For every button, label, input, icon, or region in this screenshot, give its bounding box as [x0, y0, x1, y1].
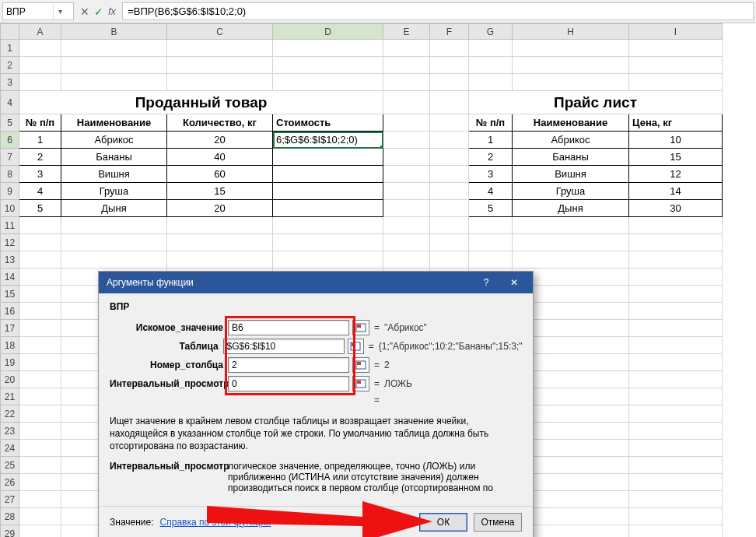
cell[interactable]: [19, 57, 61, 74]
col-header-B[interactable]: B: [61, 24, 167, 40]
cell[interactable]: [430, 200, 469, 217]
cell[interactable]: [19, 440, 61, 457]
cell[interactable]: [273, 40, 383, 57]
cell[interactable]: [167, 40, 273, 57]
cell[interactable]: Вишня: [513, 166, 629, 183]
cell[interactable]: [383, 251, 430, 268]
cell[interactable]: [19, 286, 61, 303]
col-header-H[interactable]: H: [513, 24, 629, 40]
cell[interactable]: [629, 217, 723, 234]
row-header[interactable]: 20: [1, 371, 19, 388]
collapse-dialog-icon[interactable]: [352, 320, 369, 335]
cell[interactable]: 5: [469, 200, 513, 217]
cell[interactable]: [629, 457, 723, 474]
cell[interactable]: [273, 183, 383, 200]
cell[interactable]: [19, 251, 61, 268]
cell[interactable]: [167, 74, 273, 91]
cell[interactable]: [167, 57, 273, 74]
cell[interactable]: [629, 423, 723, 440]
cell[interactable]: [273, 234, 383, 251]
cell[interactable]: [19, 457, 61, 474]
cell[interactable]: [383, 40, 430, 57]
cell[interactable]: 1: [19, 132, 61, 149]
row-header[interactable]: 12: [1, 234, 19, 251]
cell[interactable]: [629, 440, 723, 457]
cell[interactable]: [19, 74, 61, 91]
cell[interactable]: [273, 166, 383, 183]
cancel-formula-icon[interactable]: ✕: [80, 5, 89, 18]
cell[interactable]: [61, 251, 167, 268]
cell[interactable]: Дыня: [61, 200, 167, 217]
cell[interactable]: [19, 508, 61, 525]
row-header[interactable]: 24: [1, 440, 19, 457]
row-header[interactable]: 27: [1, 491, 19, 508]
cell[interactable]: [273, 217, 383, 234]
row-header[interactable]: 21: [1, 388, 19, 405]
cell[interactable]: [19, 354, 61, 371]
cell[interactable]: [273, 74, 383, 91]
cell[interactable]: [469, 57, 513, 74]
arg-input[interactable]: [228, 320, 349, 335]
cell[interactable]: 15: [629, 149, 723, 166]
cell[interactable]: [430, 74, 469, 91]
cell[interactable]: [430, 57, 469, 74]
cell[interactable]: [167, 251, 273, 268]
cell[interactable]: [629, 405, 723, 423]
cell[interactable]: [167, 234, 273, 251]
cell[interactable]: [19, 320, 61, 337]
dialog-close-icon[interactable]: ✕: [500, 272, 528, 293]
cell[interactable]: [629, 371, 723, 388]
active-cell[interactable]: 6;$G$6:$I$10;2;0): [273, 132, 383, 149]
cell[interactable]: [513, 251, 629, 268]
col-header-A[interactable]: A: [19, 24, 61, 40]
cell[interactable]: 12: [629, 166, 723, 183]
formula-input[interactable]: [122, 2, 754, 20]
cell[interactable]: [61, 40, 167, 57]
cell[interactable]: [383, 91, 430, 114]
row-header[interactable]: 9: [1, 183, 19, 200]
cell[interactable]: Бананы: [61, 149, 167, 166]
col-header-E[interactable]: E: [383, 24, 430, 40]
cell[interactable]: [167, 217, 273, 234]
row-header[interactable]: 18: [1, 337, 19, 354]
cell[interactable]: [383, 166, 430, 183]
cell[interactable]: [61, 217, 167, 234]
cell[interactable]: [61, 57, 167, 74]
collapse-dialog-icon[interactable]: [352, 376, 369, 391]
row-header[interactable]: 29: [1, 525, 19, 538]
cell[interactable]: [513, 74, 629, 91]
right-header-price[interactable]: Цена, кг: [629, 114, 723, 132]
col-header-G[interactable]: G: [469, 24, 513, 40]
cell[interactable]: 3: [19, 166, 61, 183]
row-header[interactable]: 28: [1, 508, 19, 525]
cell[interactable]: [430, 91, 469, 114]
left-header-cost[interactable]: Стоимость: [273, 114, 383, 132]
cell[interactable]: [383, 200, 430, 217]
row-header[interactable]: 15: [1, 286, 19, 303]
cell[interactable]: [469, 74, 513, 91]
row-header[interactable]: 8: [1, 166, 19, 183]
dialog-help-icon[interactable]: ?: [472, 272, 500, 293]
cell[interactable]: [629, 491, 723, 508]
cell[interactable]: 60: [167, 166, 273, 183]
cell[interactable]: [430, 132, 469, 149]
cell[interactable]: [430, 217, 469, 234]
arg-input[interactable]: [228, 357, 349, 373]
row-header[interactable]: 2: [1, 57, 19, 74]
row-header[interactable]: 16: [1, 303, 19, 320]
cell[interactable]: [19, 234, 61, 251]
cell[interactable]: [273, 57, 383, 74]
cell[interactable]: [629, 251, 723, 268]
cell[interactable]: 14: [629, 183, 723, 200]
cell[interactable]: [19, 303, 61, 320]
cell[interactable]: 15: [167, 183, 273, 200]
cell[interactable]: Вишня: [61, 166, 167, 183]
cell[interactable]: [273, 149, 383, 166]
row-header[interactable]: 3: [1, 74, 19, 91]
cell[interactable]: [469, 234, 513, 251]
cell[interactable]: 4: [19, 183, 61, 200]
cell[interactable]: [513, 234, 629, 251]
row-header[interactable]: 10: [1, 200, 19, 217]
row-header[interactable]: 6: [1, 132, 19, 149]
cell[interactable]: [629, 286, 723, 303]
